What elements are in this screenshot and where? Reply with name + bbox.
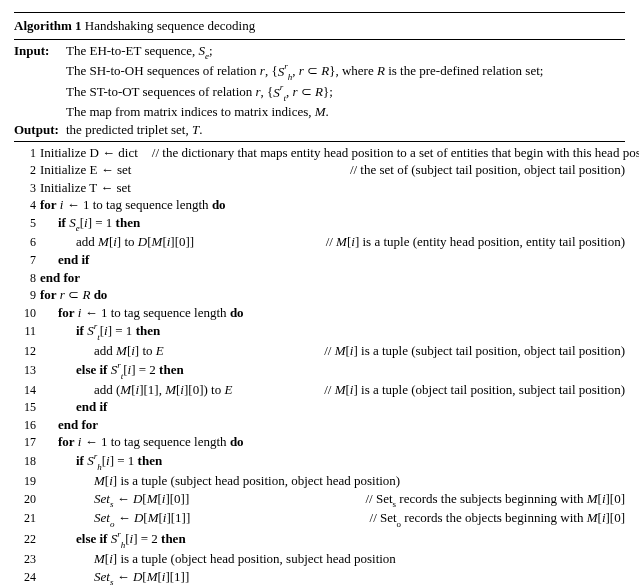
input-line-4: The map from matrix indices to matrix in… — [66, 103, 625, 121]
line-number: 14 — [14, 382, 40, 398]
algorithm-block: Algorithm 1 Handshaking sequence decodin… — [14, 12, 625, 588]
line-number: 20 — [14, 491, 40, 507]
code-line: 13else if Srt[i] = 2 then — [14, 360, 625, 381]
code-line: 12add M[i] to E// M[i] is a tuple (subje… — [14, 342, 625, 360]
line-number: 24 — [14, 569, 40, 585]
line-number: 11 — [14, 323, 40, 339]
code-line: 1Initialize D ← dict// the dictionary th… — [14, 144, 625, 162]
input-line-3: The ST-to-OT sequences of relation r, {S… — [66, 82, 625, 103]
code-text: add M[i] to D[M[i][0]] — [40, 233, 194, 251]
code-line: 11if Srt[i] = 1 then — [14, 321, 625, 342]
line-number: 5 — [14, 215, 40, 231]
output-block: Output: the predicted triplet set, T. — [14, 121, 625, 139]
line-number: 18 — [14, 453, 40, 469]
code-text: else if Srh[i] = 2 then — [40, 529, 186, 550]
algorithm-name: Handshaking sequence decoding — [85, 18, 255, 33]
code-text: M[i] is a tuple (subject head position, … — [40, 472, 400, 490]
code-text: add (M[i][1], M[i][0]) to E — [40, 381, 232, 399]
input-label: Input: — [14, 42, 66, 62]
code-line: 22else if Srh[i] = 2 then — [14, 529, 625, 550]
input-block: Input: The EH-to-ET sequence, Se; The SH… — [14, 42, 625, 121]
code-text: end for — [40, 416, 98, 434]
code-line: 19M[i] is a tuple (subject head position… — [14, 472, 625, 490]
code-line: 18if Srh[i] = 1 then — [14, 451, 625, 472]
code-comment: // the dictionary that maps entity head … — [138, 145, 639, 160]
code-line: 21Seto ← D[M[i][1]]// Seto records the o… — [14, 509, 625, 529]
code-text: end for — [40, 269, 80, 287]
code-line: 7end if — [14, 251, 625, 269]
line-number: 23 — [14, 551, 40, 567]
code-line: 6add M[i] to D[M[i][0]]// M[i] is a tupl… — [14, 233, 625, 251]
header-rule — [14, 141, 625, 142]
code-text: add M[i] to E — [40, 342, 164, 360]
code-comment: // Seto records the objects beginning wi… — [362, 509, 625, 529]
line-number: 7 — [14, 252, 40, 268]
code-text: Initialize T ← set — [40, 179, 131, 197]
line-number: 16 — [14, 417, 40, 433]
code-comment: // M[i] is a tuple (object tail position… — [316, 381, 625, 399]
code-line: 8end for — [14, 269, 625, 287]
code-text: for i ← 1 to tag sequence length do — [40, 196, 226, 214]
line-number: 4 — [14, 197, 40, 213]
code-text: if Srh[i] = 1 then — [40, 451, 162, 472]
code-line: 9for r ⊂ R do — [14, 286, 625, 304]
code-line: 15end if — [14, 398, 625, 416]
code-text: if Srt[i] = 1 then — [40, 321, 160, 342]
line-number: 12 — [14, 343, 40, 359]
output-line: the predicted triplet set, T. — [66, 121, 625, 139]
code-line: 10for i ← 1 to tag sequence length do — [14, 304, 625, 322]
code-line: 17for i ← 1 to tag sequence length do — [14, 433, 625, 451]
input-line-1: The EH-to-ET sequence, Se; — [66, 42, 625, 62]
code-text: for i ← 1 to tag sequence length do — [40, 433, 244, 451]
line-number: 21 — [14, 510, 40, 526]
code-line: 14add (M[i][1], M[i][0]) to E// M[i] is … — [14, 381, 625, 399]
top-rule — [14, 12, 625, 13]
line-number: 8 — [14, 270, 40, 286]
code-text: Seto ← D[M[i][1]] — [40, 509, 190, 529]
output-label: Output: — [14, 121, 66, 139]
code-line: 24Sets ← D[M[i][1]] — [14, 568, 625, 588]
code-line: 2Initialize E ← set// the set of (subjec… — [14, 161, 625, 179]
code-text: Sets ← D[M[i][0]] — [40, 490, 189, 510]
code-body: 1Initialize D ← dict// the dictionary th… — [14, 144, 625, 589]
code-line: 20Sets ← D[M[i][0]]// Sets records the s… — [14, 490, 625, 510]
line-number: 13 — [14, 362, 40, 378]
line-number: 19 — [14, 473, 40, 489]
line-number: 2 — [14, 162, 40, 178]
code-comment: // the set of (subject tail position, ob… — [342, 161, 625, 179]
line-number: 17 — [14, 434, 40, 450]
code-text: Initialize E ← set — [40, 161, 131, 179]
code-text: Sets ← D[M[i][1]] — [40, 568, 189, 588]
line-number: 1 — [14, 145, 40, 161]
code-text: for r ⊂ R do — [40, 286, 107, 304]
line-number: 10 — [14, 305, 40, 321]
code-text: end if — [40, 398, 107, 416]
line-number: 6 — [14, 234, 40, 250]
code-line: 5if Se[i] = 1 then — [14, 214, 625, 234]
code-text: for i ← 1 to tag sequence length do — [40, 304, 244, 322]
line-number: 22 — [14, 531, 40, 547]
code-line: 16end for — [14, 416, 625, 434]
code-comment: // Sets records the subjects beginning w… — [357, 490, 625, 510]
line-number: 15 — [14, 399, 40, 415]
algorithm-title: Algorithm 1 Handshaking sequence decodin… — [14, 15, 625, 37]
code-text: end if — [40, 251, 89, 269]
algorithm-number: Algorithm 1 — [14, 18, 82, 33]
code-line: 23M[i] is a tuple (object head position,… — [14, 550, 625, 568]
code-text: M[i] is a tuple (object head position, s… — [40, 550, 396, 568]
code-text: if Se[i] = 1 then — [40, 214, 140, 234]
line-number: 3 — [14, 180, 40, 196]
code-comment: // M[i] is a tuple (subject tail positio… — [316, 342, 625, 360]
code-text: else if Srt[i] = 2 then — [40, 360, 184, 381]
code-line: 4for i ← 1 to tag sequence length do — [14, 196, 625, 214]
code-comment: // M[i] is a tuple (entity head position… — [318, 233, 625, 251]
line-number: 9 — [14, 287, 40, 303]
code-text: Initialize D ← dict// the dictionary tha… — [40, 144, 639, 162]
code-line: 3Initialize T ← set — [14, 179, 625, 197]
title-rule — [14, 39, 625, 40]
input-line-2: The SH-to-OH sequences of relation r, {S… — [66, 61, 625, 82]
